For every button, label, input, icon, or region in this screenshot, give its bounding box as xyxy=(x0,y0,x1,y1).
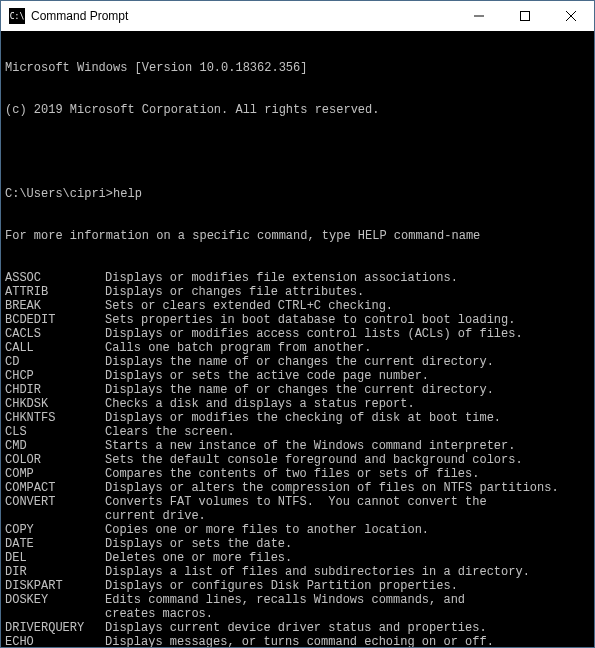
command-row: CHCPDisplays or sets the active code pag… xyxy=(5,369,590,383)
command-name: CACLS xyxy=(5,327,105,341)
command-row: COMPACTDisplays or alters the compressio… xyxy=(5,481,590,495)
command-description: Displays or changes file attributes. xyxy=(105,285,590,299)
command-name: CMD xyxy=(5,439,105,453)
command-row: CALLCalls one batch program from another… xyxy=(5,341,590,355)
window-title: Command Prompt xyxy=(31,9,456,23)
command-description: Displays current device driver status an… xyxy=(105,621,590,635)
command-description: Deletes one or more files. xyxy=(105,551,590,565)
typed-command: help xyxy=(113,187,142,201)
command-row: DIRDisplays a list of files and subdirec… xyxy=(5,565,590,579)
command-row: DATEDisplays or sets the date. xyxy=(5,537,590,551)
command-description: Converts FAT volumes to NTFS. You cannot… xyxy=(105,495,590,509)
command-row: ASSOCDisplays or modifies file extension… xyxy=(5,271,590,285)
command-description: Displays or sets the date. xyxy=(105,537,590,551)
command-row: CACLSDisplays or modifies access control… xyxy=(5,327,590,341)
command-name: COLOR xyxy=(5,453,105,467)
command-name: ATTRIB xyxy=(5,285,105,299)
command-description: Displays the name of or changes the curr… xyxy=(105,383,590,397)
command-description: Displays or configures Disk Partition pr… xyxy=(105,579,590,593)
command-description: Displays a list of files and subdirector… xyxy=(105,565,590,579)
command-description: Sets the default console foreground and … xyxy=(105,453,590,467)
command-name: DISKPART xyxy=(5,579,105,593)
version-line: Microsoft Windows [Version 10.0.18362.35… xyxy=(5,61,590,75)
command-name: DOSKEY xyxy=(5,593,105,607)
command-name: COMP xyxy=(5,467,105,481)
command-description: Sets or clears extended CTRL+C checking. xyxy=(105,299,590,313)
command-row: CMDStarts a new instance of the Windows … xyxy=(5,439,590,453)
command-name: CLS xyxy=(5,425,105,439)
command-name: CONVERT xyxy=(5,495,105,509)
command-description: Compares the contents of two files or se… xyxy=(105,467,590,481)
command-description: Copies one or more files to another loca… xyxy=(105,523,590,537)
command-row: BCDEDITSets properties in boot database … xyxy=(5,313,590,327)
command-description-cont: creates macros. xyxy=(5,607,590,621)
command-description-cont: current drive. xyxy=(5,509,590,523)
command-row: CDDisplays the name of or changes the cu… xyxy=(5,355,590,369)
command-name: COMPACT xyxy=(5,481,105,495)
command-description: Displays or alters the compression of fi… xyxy=(105,481,590,495)
command-row: COLORSets the default console foreground… xyxy=(5,453,590,467)
command-description: Calls one batch program from another. xyxy=(105,341,590,355)
command-row: CLSClears the screen. xyxy=(5,425,590,439)
commands-list: ASSOCDisplays or modifies file extension… xyxy=(5,271,590,647)
command-description: Starts a new instance of the Windows com… xyxy=(105,439,590,453)
command-row: ATTRIBDisplays or changes file attribute… xyxy=(5,285,590,299)
terminal-output[interactable]: Microsoft Windows [Version 10.0.18362.35… xyxy=(1,31,594,647)
command-name: DIR xyxy=(5,565,105,579)
command-row: ECHODisplays messages, or turns command … xyxy=(5,635,590,647)
command-description: Displays messages, or turns command echo… xyxy=(105,635,590,647)
close-button[interactable] xyxy=(548,1,594,31)
command-description: Displays or modifies file extension asso… xyxy=(105,271,590,285)
command-description: Displays or sets the active code page nu… xyxy=(105,369,590,383)
command-row: DOSKEYEdits command lines, recalls Windo… xyxy=(5,593,590,607)
command-row: CONVERTConverts FAT volumes to NTFS. You… xyxy=(5,495,590,509)
command-row: DRIVERQUERYDisplays current device drive… xyxy=(5,621,590,635)
command-name: COPY xyxy=(5,523,105,537)
command-name: BREAK xyxy=(5,299,105,313)
command-description: Displays the name of or changes the curr… xyxy=(105,355,590,369)
command-row: COMPCompares the contents of two files o… xyxy=(5,467,590,481)
command-row: CHKNTFSDisplays or modifies the checking… xyxy=(5,411,590,425)
command-name: CHCP xyxy=(5,369,105,383)
command-description: Sets properties in boot database to cont… xyxy=(105,313,590,327)
command-name: DEL xyxy=(5,551,105,565)
command-name: CD xyxy=(5,355,105,369)
help-intro: For more information on a specific comma… xyxy=(5,229,590,243)
command-name: CALL xyxy=(5,341,105,355)
command-description: Displays or modifies access control list… xyxy=(105,327,590,341)
command-description: Checks a disk and displays a status repo… xyxy=(105,397,590,411)
command-row: CHKDSKChecks a disk and displays a statu… xyxy=(5,397,590,411)
command-name: DRIVERQUERY xyxy=(5,621,105,635)
command-row: COPYCopies one or more files to another … xyxy=(5,523,590,537)
prompt-path: C:\Users\cipri> xyxy=(5,187,113,201)
window-controls xyxy=(456,1,594,31)
titlebar[interactable]: C:\ Command Prompt xyxy=(1,1,594,31)
command-name: CHKNTFS xyxy=(5,411,105,425)
prompt-line: C:\Users\cipri>help xyxy=(5,187,590,201)
command-row: DELDeletes one or more files. xyxy=(5,551,590,565)
command-description: Edits command lines, recalls Windows com… xyxy=(105,593,590,607)
command-name: BCDEDIT xyxy=(5,313,105,327)
command-name: ASSOC xyxy=(5,271,105,285)
blank-line xyxy=(5,145,590,159)
command-prompt-window: C:\ Command Prompt Microsoft Windows [Ve… xyxy=(0,0,595,648)
command-name: CHDIR xyxy=(5,383,105,397)
command-description: Displays or modifies the checking of dis… xyxy=(105,411,590,425)
command-row: CHDIRDisplays the name of or changes the… xyxy=(5,383,590,397)
command-row: BREAKSets or clears extended CTRL+C chec… xyxy=(5,299,590,313)
app-icon: C:\ xyxy=(9,8,25,24)
command-name: ECHO xyxy=(5,635,105,647)
command-name: DATE xyxy=(5,537,105,551)
svg-rect-1 xyxy=(521,12,530,21)
command-description: Clears the screen. xyxy=(105,425,590,439)
copyright-line: (c) 2019 Microsoft Corporation. All righ… xyxy=(5,103,590,117)
command-name: CHKDSK xyxy=(5,397,105,411)
maximize-button[interactable] xyxy=(502,1,548,31)
minimize-button[interactable] xyxy=(456,1,502,31)
command-row: DISKPARTDisplays or configures Disk Part… xyxy=(5,579,590,593)
